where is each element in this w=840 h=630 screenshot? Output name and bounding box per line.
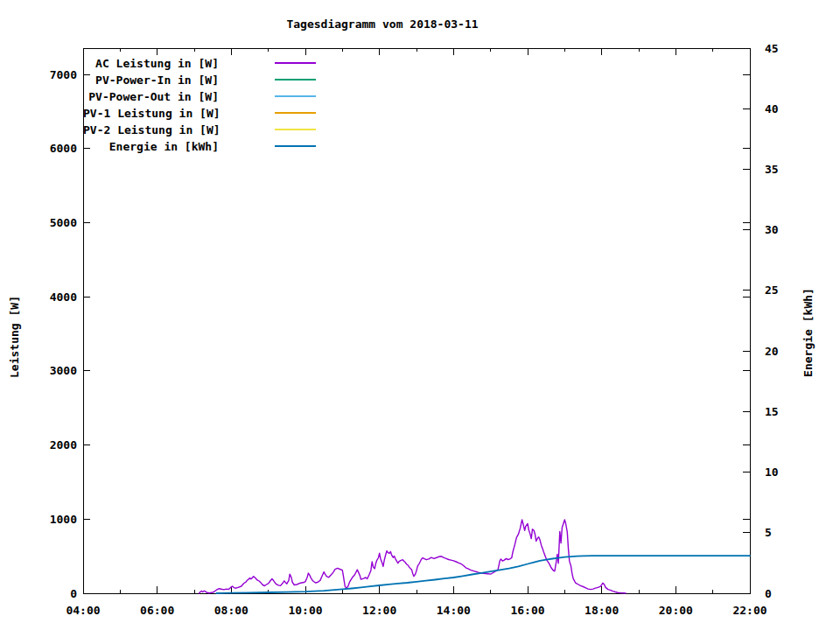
legend-label: PV-2 Leistung in [W] — [83, 123, 219, 136]
y-right-tick-label: 10 — [765, 466, 779, 479]
legend-line-sample — [275, 79, 316, 80]
y-right-tick-label: 35 — [765, 163, 779, 176]
x-tick-label: 16:00 — [510, 604, 544, 617]
legend-line-sample — [275, 95, 316, 97]
legend-line-sample — [275, 129, 316, 130]
legend-label: Energie in [kWh] — [83, 140, 219, 153]
legend-line-sample — [275, 112, 316, 114]
y-right-tick-label: 25 — [765, 284, 779, 297]
legend-item: AC Leistung in [W] — [83, 56, 316, 70]
legend-label: PV-Power-In in [W] — [83, 74, 219, 87]
series-line-energie-in-kwh — [216, 556, 750, 593]
x-tick-label: 18:00 — [584, 604, 619, 617]
x-tick-label: 14:00 — [437, 604, 471, 617]
legend-label: PV-1 Leistung in [W] — [83, 107, 219, 120]
y-left-tick-label: 6000 — [50, 142, 77, 155]
y-right-tick-label: 15 — [765, 405, 779, 418]
y-left-tick-label: 7000 — [50, 68, 77, 81]
legend-line-sample — [275, 62, 316, 64]
y-right-tick-label: 40 — [765, 102, 779, 116]
legend-line-sample — [275, 145, 316, 147]
legend-item: PV-Power-In in [W] — [83, 73, 316, 87]
y-left-tick-label: 2000 — [50, 438, 77, 452]
y-right-tick-label: 5 — [765, 526, 772, 539]
x-tick-label: 20:00 — [659, 604, 693, 617]
y-left-tick-label: 0 — [70, 587, 77, 600]
y-left-tick-label: 4000 — [50, 290, 77, 304]
legend-item: PV-1 Leistung in [W] — [83, 106, 316, 120]
x-tick-label: 06:00 — [140, 604, 174, 617]
x-tick-label: 04:00 — [66, 604, 100, 617]
y-left-tick-label: 1000 — [50, 513, 77, 526]
legend-label: PV-Power-Out in [W] — [83, 90, 219, 103]
x-tick-label: 08:00 — [214, 604, 248, 617]
y-right-tick-label: 20 — [765, 345, 779, 358]
x-tick-label: 12:00 — [362, 604, 396, 617]
chart-canvas: Tagesdiagramm vom 2018-03-11 Leistung [W… — [0, 0, 840, 630]
legend-item: Energie in [kWh] — [83, 139, 316, 153]
legend-label: AC Leistung in [W] — [83, 57, 219, 70]
y-right-tick-label: 0 — [765, 587, 772, 600]
y-left-tick-label: 5000 — [50, 216, 77, 229]
x-tick-label: 22:00 — [732, 604, 766, 617]
y-right-tick-label: 45 — [765, 42, 779, 55]
x-tick-label: 10:00 — [288, 604, 322, 617]
legend-item: PV-2 Leistung in [W] — [83, 122, 316, 136]
legend-item: PV-Power-Out in [W] — [83, 89, 316, 103]
y-right-tick-label: 30 — [765, 223, 779, 236]
y-left-tick-label: 3000 — [50, 364, 77, 377]
